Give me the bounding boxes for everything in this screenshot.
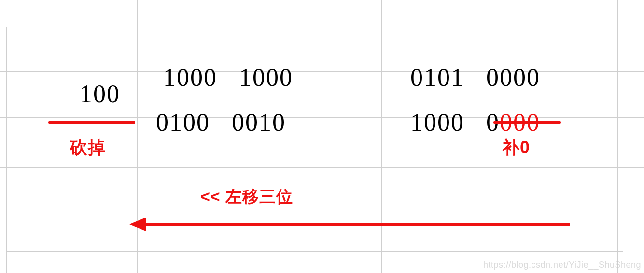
watermark: https://blog.csdn.net/YiJie__ShuSheng — [483, 260, 641, 270]
pad-label: 补0 — [502, 136, 530, 160]
grid-vline — [137, 0, 138, 273]
grid-hline — [0, 167, 644, 168]
chop-underline — [48, 121, 135, 124]
shift-label: << 左移三位 — [200, 186, 293, 208]
grid-hline — [6, 251, 623, 252]
chop-label: 砍掉 — [70, 136, 106, 160]
pad-underline — [493, 121, 561, 124]
row2-nibble1: 0100 — [156, 109, 210, 136]
row2-byte2: 1000 0000 — [396, 80, 540, 136]
grid-hline — [0, 117, 644, 118]
shift-arrow-line — [145, 223, 570, 226]
shift-arrow-head — [129, 218, 146, 231]
row2-overflow: 100 — [80, 80, 120, 108]
row2-nibble2: 0010 — [232, 109, 286, 136]
grid-vline — [617, 0, 618, 273]
grid-hline — [0, 27, 644, 27]
grid-hline — [0, 71, 644, 72]
row2-byte1: 0100 0010 — [141, 80, 286, 136]
grid-vline — [6, 27, 7, 273]
grid-vline — [381, 0, 382, 273]
row2-nibble3: 1000 — [410, 109, 464, 136]
